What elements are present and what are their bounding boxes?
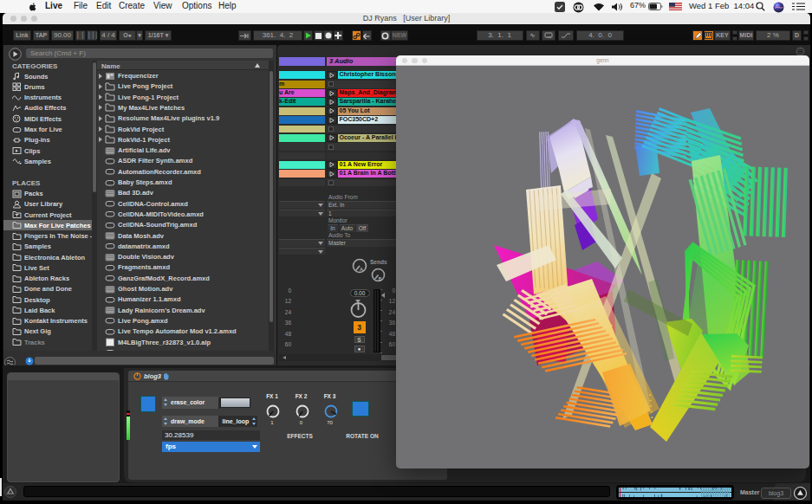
- svg-text:A: A: [360, 267, 363, 272]
- svg-text:B: B: [378, 276, 381, 281]
